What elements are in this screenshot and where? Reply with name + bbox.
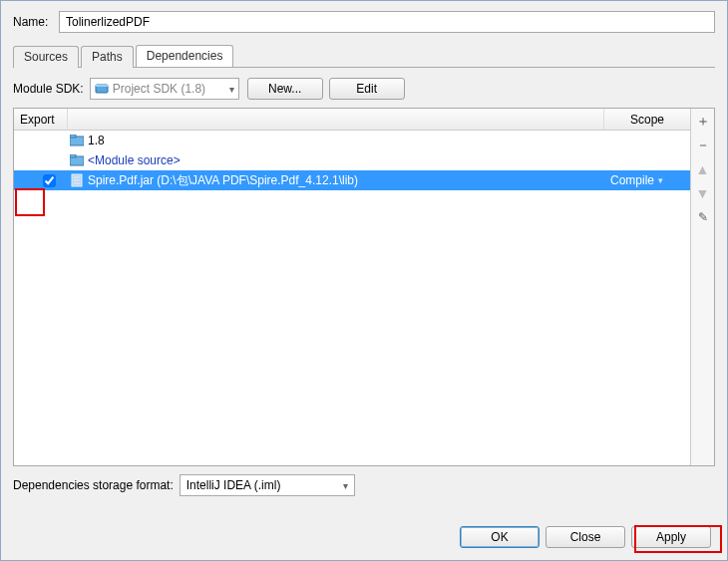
edit-button[interactable]: Edit bbox=[329, 78, 405, 100]
sdk-icon bbox=[95, 82, 109, 96]
export-checkbox[interactable] bbox=[43, 174, 56, 187]
chevron-down-icon: ▾ bbox=[343, 480, 348, 491]
table-row[interactable]: 1.8 bbox=[14, 131, 690, 150]
close-button[interactable]: Close bbox=[546, 526, 625, 548]
sdk-value: Project SDK (1.8) bbox=[113, 82, 205, 96]
table-row-selected[interactable]: Spire.Pdf.jar (D:\包\JAVA PDF\Spire.Pdf_4… bbox=[14, 170, 690, 190]
scope-value: Compile bbox=[610, 173, 654, 187]
name-input[interactable] bbox=[59, 11, 715, 33]
tab-dependencies[interactable]: Dependencies bbox=[136, 45, 234, 67]
dependencies-toolbar: ＋ － ▲ ▼ ✎ bbox=[690, 109, 714, 465]
dependencies-header: Export Scope bbox=[14, 109, 690, 131]
chevron-down-icon: ▾ bbox=[229, 84, 234, 95]
footer: OK Close Apply bbox=[454, 526, 711, 548]
new-button[interactable]: New... bbox=[247, 78, 323, 100]
tab-paths[interactable]: Paths bbox=[81, 46, 134, 68]
row-label: <Module source> bbox=[86, 153, 604, 167]
dependencies-dialog: Name: Sources Paths Dependencies Module … bbox=[0, 0, 728, 561]
add-button[interactable]: ＋ bbox=[693, 112, 713, 132]
svg-rect-3 bbox=[70, 135, 76, 138]
scope-cell[interactable]: Compile ▾ bbox=[604, 173, 690, 187]
svg-rect-1 bbox=[96, 85, 108, 87]
dependencies-panel: Export Scope 1.8 <Module source> bbox=[13, 108, 715, 466]
jar-icon bbox=[68, 173, 86, 187]
svg-rect-5 bbox=[70, 154, 76, 157]
storage-label: Dependencies storage format: bbox=[13, 478, 174, 492]
apply-button[interactable]: Apply bbox=[631, 526, 711, 548]
column-export[interactable]: Export bbox=[14, 109, 68, 130]
sdk-row: Module SDK: Project SDK (1.8) ▾ New... E… bbox=[13, 78, 715, 100]
tab-sources[interactable]: Sources bbox=[13, 46, 79, 68]
sdk-label: Module SDK: bbox=[13, 82, 84, 96]
remove-button[interactable]: － bbox=[693, 136, 713, 155]
row-label: Spire.Pdf.jar (D:\包\JAVA PDF\Spire.Pdf_4… bbox=[86, 172, 604, 189]
name-label: Name: bbox=[13, 15, 59, 29]
table-row[interactable]: <Module source> bbox=[14, 150, 690, 170]
sdk-select[interactable]: Project SDK (1.8) ▾ bbox=[90, 78, 239, 100]
storage-value: IntelliJ IDEA (.iml) bbox=[186, 478, 281, 492]
column-scope[interactable]: Scope bbox=[604, 113, 690, 127]
source-folder-icon bbox=[68, 154, 86, 166]
tab-bar: Sources Paths Dependencies bbox=[13, 45, 715, 68]
sdk-folder-icon bbox=[68, 135, 86, 146]
name-row: Name: bbox=[13, 11, 715, 33]
chevron-down-icon: ▾ bbox=[658, 175, 663, 185]
column-name[interactable] bbox=[68, 109, 604, 130]
edit-button-side[interactable]: ✎ bbox=[693, 207, 713, 227]
ok-button[interactable]: OK bbox=[460, 526, 540, 548]
storage-row: Dependencies storage format: IntelliJ ID… bbox=[13, 474, 715, 496]
move-down-button[interactable]: ▼ bbox=[693, 183, 713, 203]
dependencies-list[interactable]: Export Scope 1.8 <Module source> bbox=[14, 109, 690, 465]
storage-select[interactable]: IntelliJ IDEA (.iml) ▾ bbox=[180, 474, 355, 496]
row-label: 1.8 bbox=[86, 134, 604, 147]
move-up-button[interactable]: ▲ bbox=[693, 159, 713, 179]
